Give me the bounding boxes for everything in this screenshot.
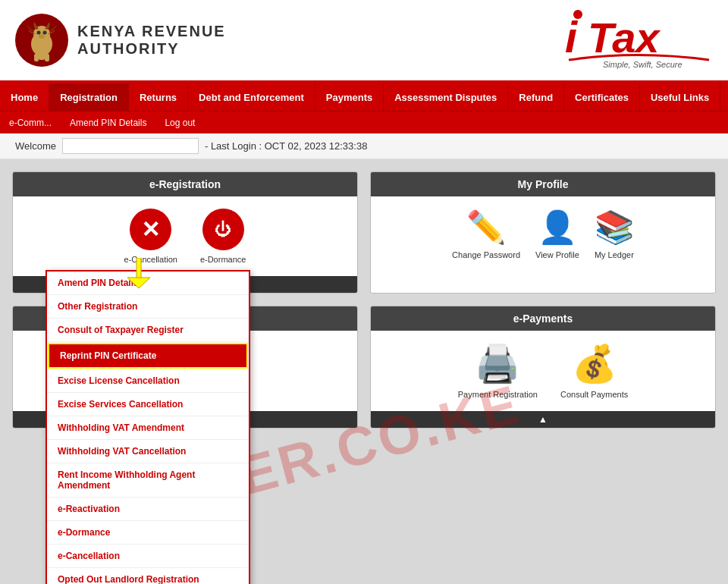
dropdown-withholding-vat-cancel[interactable]: Withholding VAT Cancellation	[47, 440, 249, 463]
person-icon: 👤	[538, 209, 577, 246]
my-ledger-label: My Ledger	[595, 250, 634, 259]
org-name: Kenya Revenue Authority	[77, 23, 226, 58]
nav-certificates[interactable]: Certificates	[564, 83, 640, 111]
ecancellation-icon: ✕	[130, 209, 171, 250]
svg-rect-7	[34, 54, 39, 61]
dropdown-consult-taxpayer[interactable]: Consult of Taxpayer Register	[47, 319, 249, 342]
org-name-line2: Authority	[77, 40, 226, 58]
epayments-content: 🖨️ Payment Registration 💰 Consult Paymen…	[371, 331, 715, 411]
welcome-text: Welcome	[15, 140, 56, 152]
arrow-indicator	[127, 258, 150, 291]
header: Kenya Revenue Authority i Tax Simple, Sw…	[0, 0, 728, 83]
nav-payments[interactable]: Payments	[315, 83, 384, 111]
navbar: Home Registration Returns Debt and Enfor…	[0, 83, 728, 111]
dropdown-e-cancellation[interactable]: e-Cancellation	[47, 545, 249, 568]
welcome-username-input[interactable]	[62, 138, 199, 154]
svg-point-5	[39, 34, 45, 39]
nav-returns[interactable]: Returns	[129, 83, 188, 111]
svg-text:Simple, Swift, Secure: Simple, Swift, Secure	[603, 60, 682, 69]
nav-assessment[interactable]: Assessment Disputes	[384, 83, 508, 111]
epayments-footer[interactable]: ▲	[371, 411, 715, 428]
dropdown-excise-license[interactable]: Excise License Cancellation	[47, 369, 249, 393]
nav-links[interactable]: Useful Links	[640, 83, 720, 111]
subnav-logout[interactable]: Log out	[155, 111, 204, 133]
svg-point-3	[37, 31, 41, 35]
change-password-item[interactable]: ✏️ Change Password	[452, 209, 520, 259]
kra-lion-logo	[15, 14, 68, 67]
myprofile-panel: My Profile ✏️ Change Password 👤 View Pro…	[370, 171, 716, 294]
svg-rect-8	[45, 54, 49, 61]
books-icon: 📚	[595, 209, 634, 246]
change-password-label: Change Password	[452, 250, 520, 259]
svg-text:i: i	[565, 12, 579, 61]
coins-icon: 💰	[572, 343, 617, 385]
subnav-ecomm[interactable]: e-Comm...	[0, 111, 61, 133]
view-profile-label: View Profile	[535, 250, 579, 259]
my-ledger-item[interactable]: 📚 My Ledger	[595, 209, 634, 259]
svg-point-4	[43, 31, 47, 35]
dropdown-reprint-pin[interactable]: Reprint PIN Certificate	[48, 343, 248, 369]
dropdown-withholding-vat-amend[interactable]: Withholding VAT Amendment	[47, 416, 249, 440]
payment-registration-label: Payment Registration	[458, 390, 538, 399]
dropdown-excise-services[interactable]: Excise Services Cancellation	[47, 393, 249, 416]
dropdown-rent-income-amend[interactable]: Rent Income Withholding Agent Amendment	[47, 463, 249, 498]
nav-debt[interactable]: Debt and Enforcement	[188, 83, 315, 111]
registration-dropdown: Amend PIN Details Other Registration Con…	[46, 270, 250, 584]
itax-logo: i Tax Simple, Swift, Secure	[561, 8, 713, 72]
dropdown-opted-landlord[interactable]: Opted Out Landlord Registration	[47, 568, 249, 584]
subnav: e-Comm... Amend PIN Details Log out	[0, 111, 728, 133]
nav-registration[interactable]: Registration	[49, 83, 129, 111]
view-profile-item[interactable]: 👤 View Profile	[535, 209, 579, 259]
myprofile-header: My Profile	[371, 172, 715, 196]
dropdown-e-reactivation[interactable]: e-Reactivation	[47, 498, 249, 521]
eregistration-header: e-Registration	[13, 172, 357, 196]
subnav-amend[interactable]: Amend PIN Details	[61, 111, 155, 133]
edormance-icon-item[interactable]: ⏻ e-Dormance	[200, 209, 246, 264]
consult-payments-item[interactable]: 💰 Consult Payments	[560, 343, 628, 399]
svg-marker-14	[127, 278, 150, 288]
ecancellation-icon-item[interactable]: ✕ e-Cancellation	[124, 209, 177, 264]
main-content: e-Registration ✕ e-Cancellation ⏻ e-Dorm…	[0, 159, 728, 584]
edormance-label: e-Dormance	[200, 255, 246, 264]
dropdown-other-reg[interactable]: Other Registration	[47, 295, 249, 319]
eregistration-content: ✕ e-Cancellation ⏻ e-Dormance	[13, 196, 357, 276]
payment-registration-item[interactable]: 🖨️ Payment Registration	[458, 343, 538, 399]
nav-refund[interactable]: Refund	[508, 83, 564, 111]
logo-area: Kenya Revenue Authority	[15, 14, 226, 67]
last-login-text: - Last Login : OCT 02, 2023 12:33:38	[205, 140, 367, 152]
org-name-line1: Kenya Revenue	[77, 23, 226, 40]
consult-payments-label: Consult Payments	[560, 390, 628, 399]
svg-rect-13	[136, 258, 141, 279]
nav-home[interactable]: Home	[0, 83, 49, 111]
svg-rect-6	[39, 49, 45, 60]
register-icon: 🖨️	[475, 343, 520, 385]
myprofile-content: ✏️ Change Password 👤 View Profile 📚 My L…	[371, 196, 715, 272]
welcome-bar: Welcome - Last Login : OCT 02, 2023 12:3…	[0, 133, 728, 159]
svg-point-10	[573, 10, 582, 19]
epayments-header: e-Payments	[371, 306, 715, 331]
pencil-icon: ✏️	[466, 209, 506, 246]
dropdown-e-dormance[interactable]: e-Dormance	[47, 521, 249, 545]
epayments-panel: e-Payments 🖨️ Payment Registration 💰 Con…	[370, 306, 716, 429]
edormance-icon: ⏻	[202, 209, 244, 250]
